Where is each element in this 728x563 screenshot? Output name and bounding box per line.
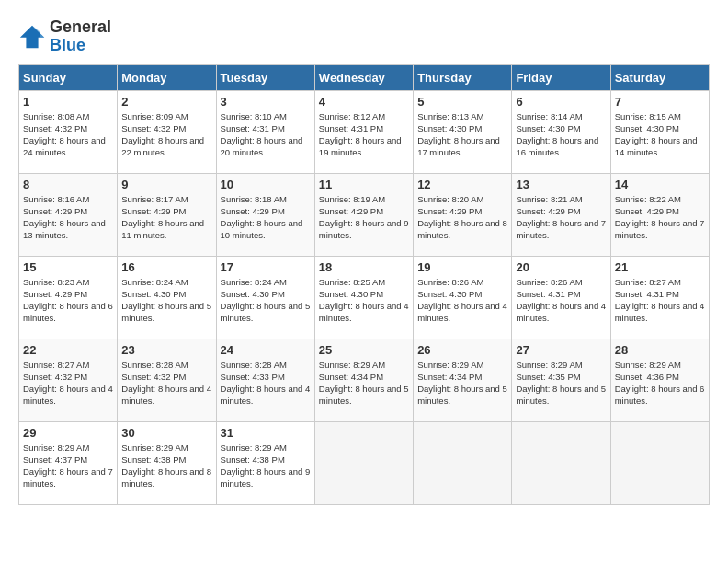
day-info: Sunrise: 8:27 AM Sunset: 4:31 PM Dayligh… <box>615 276 705 325</box>
day-info: Sunrise: 8:19 AM Sunset: 4:29 PM Dayligh… <box>319 193 409 242</box>
day-info: Sunrise: 8:23 AM Sunset: 4:29 PM Dayligh… <box>23 276 113 325</box>
calendar-day-cell: 9 Sunrise: 8:17 AM Sunset: 4:29 PM Dayli… <box>118 173 216 256</box>
calendar-day-cell <box>610 421 709 504</box>
calendar-header-cell: Friday <box>512 64 610 90</box>
day-number: 16 <box>121 260 211 274</box>
calendar-day-cell: 14 Sunrise: 8:22 AM Sunset: 4:29 PM Dayl… <box>610 173 709 256</box>
day-number: 14 <box>615 178 705 191</box>
day-number: 30 <box>121 426 211 440</box>
day-info: Sunrise: 8:25 AM Sunset: 4:30 PM Dayligh… <box>319 276 409 325</box>
calendar-day-cell: 17 Sunrise: 8:24 AM Sunset: 4:30 PM Dayl… <box>216 256 314 339</box>
day-number: 7 <box>615 95 705 109</box>
calendar-day-cell: 27 Sunrise: 8:29 AM Sunset: 4:35 PM Dayl… <box>512 339 610 421</box>
day-number: 31 <box>221 426 311 440</box>
calendar-header-row: SundayMondayTuesdayWednesdayThursdayFrid… <box>19 64 710 90</box>
calendar-header-cell: Saturday <box>610 64 709 90</box>
calendar-day-cell: 13 Sunrise: 8:21 AM Sunset: 4:29 PM Dayl… <box>512 173 610 256</box>
logo: General Blue <box>18 18 111 55</box>
calendar-day-cell: 4 Sunrise: 8:12 AM Sunset: 4:31 PM Dayli… <box>314 90 413 173</box>
day-info: Sunrise: 8:12 AM Sunset: 4:31 PM Dayligh… <box>319 110 409 159</box>
day-info: Sunrise: 8:09 AM Sunset: 4:32 PM Dayligh… <box>121 110 211 159</box>
day-number: 6 <box>516 95 606 109</box>
calendar-day-cell: 5 Sunrise: 8:13 AM Sunset: 4:30 PM Dayli… <box>414 90 512 173</box>
calendar-day-cell: 23 Sunrise: 8:28 AM Sunset: 4:32 PM Dayl… <box>118 339 216 421</box>
calendar-day-cell: 1 Sunrise: 8:08 AM Sunset: 4:32 PM Dayli… <box>19 90 118 173</box>
day-number: 29 <box>23 426 113 440</box>
calendar-day-cell: 6 Sunrise: 8:14 AM Sunset: 4:30 PM Dayli… <box>512 90 610 173</box>
day-number: 21 <box>615 260 705 274</box>
day-number: 20 <box>516 260 606 274</box>
calendar-day-cell: 15 Sunrise: 8:23 AM Sunset: 4:29 PM Dayl… <box>19 256 118 339</box>
calendar-day-cell <box>512 421 610 504</box>
day-info: Sunrise: 8:22 AM Sunset: 4:29 PM Dayligh… <box>615 193 705 242</box>
calendar-body: 1 Sunrise: 8:08 AM Sunset: 4:32 PM Dayli… <box>19 90 710 504</box>
calendar-day-cell: 22 Sunrise: 8:27 AM Sunset: 4:32 PM Dayl… <box>19 339 118 421</box>
day-number: 3 <box>221 95 311 109</box>
calendar-day-cell <box>314 421 413 504</box>
day-info: Sunrise: 8:29 AM Sunset: 4:35 PM Dayligh… <box>516 359 606 408</box>
calendar-day-cell: 8 Sunrise: 8:16 AM Sunset: 4:29 PM Dayli… <box>19 173 118 256</box>
day-number: 17 <box>221 260 311 274</box>
calendar-week-row: 1 Sunrise: 8:08 AM Sunset: 4:32 PM Dayli… <box>19 90 710 173</box>
day-info: Sunrise: 8:26 AM Sunset: 4:30 PM Dayligh… <box>417 276 507 325</box>
day-info: Sunrise: 8:26 AM Sunset: 4:31 PM Dayligh… <box>516 276 606 325</box>
day-info: Sunrise: 8:15 AM Sunset: 4:30 PM Dayligh… <box>615 110 705 159</box>
day-info: Sunrise: 8:18 AM Sunset: 4:29 PM Dayligh… <box>221 193 311 242</box>
calendar-day-cell: 18 Sunrise: 8:25 AM Sunset: 4:30 PM Dayl… <box>314 256 413 339</box>
calendar-week-row: 15 Sunrise: 8:23 AM Sunset: 4:29 PM Dayl… <box>19 256 710 339</box>
day-info: Sunrise: 8:27 AM Sunset: 4:32 PM Dayligh… <box>23 359 113 408</box>
day-number: 11 <box>319 178 409 191</box>
day-number: 13 <box>516 178 606 191</box>
day-number: 4 <box>319 95 409 109</box>
day-number: 2 <box>121 95 211 109</box>
day-number: 27 <box>516 343 606 357</box>
day-info: Sunrise: 8:17 AM Sunset: 4:29 PM Dayligh… <box>121 193 211 242</box>
day-info: Sunrise: 8:29 AM Sunset: 4:38 PM Dayligh… <box>221 442 311 490</box>
day-number: 9 <box>121 178 211 191</box>
day-info: Sunrise: 8:10 AM Sunset: 4:31 PM Dayligh… <box>221 110 311 159</box>
day-info: Sunrise: 8:20 AM Sunset: 4:29 PM Dayligh… <box>417 193 507 242</box>
calendar-week-row: 29 Sunrise: 8:29 AM Sunset: 4:37 PM Dayl… <box>19 421 710 504</box>
calendar-day-cell: 2 Sunrise: 8:09 AM Sunset: 4:32 PM Dayli… <box>118 90 216 173</box>
calendar-day-cell: 29 Sunrise: 8:29 AM Sunset: 4:37 PM Dayl… <box>19 421 118 504</box>
day-number: 12 <box>417 178 507 191</box>
header: General Blue <box>18 18 710 55</box>
calendar-day-cell: 10 Sunrise: 8:18 AM Sunset: 4:29 PM Dayl… <box>216 173 314 256</box>
day-number: 8 <box>23 178 113 191</box>
calendar-day-cell: 19 Sunrise: 8:26 AM Sunset: 4:30 PM Dayl… <box>414 256 512 339</box>
day-number: 22 <box>23 343 113 357</box>
day-number: 23 <box>121 343 211 357</box>
calendar-header-cell: Thursday <box>414 64 512 90</box>
day-number: 24 <box>221 343 311 357</box>
day-number: 10 <box>221 178 311 191</box>
calendar-day-cell: 7 Sunrise: 8:15 AM Sunset: 4:30 PM Dayli… <box>610 90 709 173</box>
day-number: 1 <box>23 95 113 109</box>
calendar-day-cell: 25 Sunrise: 8:29 AM Sunset: 4:34 PM Dayl… <box>314 339 413 421</box>
calendar-day-cell: 31 Sunrise: 8:29 AM Sunset: 4:38 PM Dayl… <box>216 421 314 504</box>
calendar-day-cell: 3 Sunrise: 8:10 AM Sunset: 4:31 PM Dayli… <box>216 90 314 173</box>
calendar-header-cell: Sunday <box>19 64 118 90</box>
calendar-day-cell: 30 Sunrise: 8:29 AM Sunset: 4:38 PM Dayl… <box>118 421 216 504</box>
day-info: Sunrise: 8:29 AM Sunset: 4:38 PM Dayligh… <box>121 442 211 490</box>
day-info: Sunrise: 8:29 AM Sunset: 4:37 PM Dayligh… <box>23 442 113 490</box>
day-number: 5 <box>417 95 507 109</box>
calendar-day-cell: 24 Sunrise: 8:28 AM Sunset: 4:33 PM Dayl… <box>216 339 314 421</box>
day-info: Sunrise: 8:29 AM Sunset: 4:36 PM Dayligh… <box>615 359 705 408</box>
day-info: Sunrise: 8:29 AM Sunset: 4:34 PM Dayligh… <box>417 359 507 408</box>
day-info: Sunrise: 8:08 AM Sunset: 4:32 PM Dayligh… <box>23 110 113 159</box>
calendar-day-cell: 28 Sunrise: 8:29 AM Sunset: 4:36 PM Dayl… <box>610 339 709 421</box>
calendar-day-cell: 26 Sunrise: 8:29 AM Sunset: 4:34 PM Dayl… <box>414 339 512 421</box>
day-number: 19 <box>417 260 507 274</box>
day-number: 25 <box>319 343 409 357</box>
day-info: Sunrise: 8:28 AM Sunset: 4:33 PM Dayligh… <box>221 359 311 408</box>
calendar-week-row: 8 Sunrise: 8:16 AM Sunset: 4:29 PM Dayli… <box>19 173 710 256</box>
calendar-header-cell: Monday <box>118 64 216 90</box>
day-number: 15 <box>23 260 113 274</box>
day-number: 26 <box>417 343 507 357</box>
day-info: Sunrise: 8:21 AM Sunset: 4:29 PM Dayligh… <box>516 193 606 242</box>
calendar-header-cell: Wednesday <box>314 64 413 90</box>
logo-text: General Blue <box>50 18 111 55</box>
day-info: Sunrise: 8:28 AM Sunset: 4:32 PM Dayligh… <box>121 359 211 408</box>
calendar-table: SundayMondayTuesdayWednesdayThursdayFrid… <box>18 64 710 505</box>
calendar-header-cell: Tuesday <box>216 64 314 90</box>
